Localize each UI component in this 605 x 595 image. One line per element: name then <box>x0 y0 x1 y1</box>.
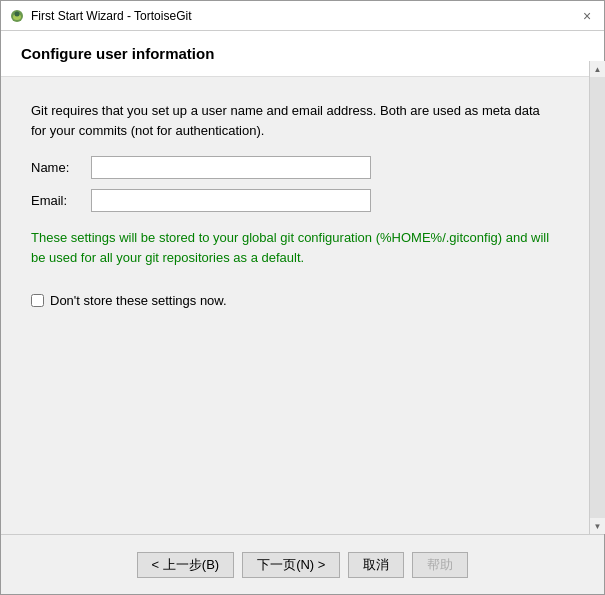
tortoise-icon <box>9 8 25 24</box>
content-area: Git requires that you set up a user name… <box>1 77 604 534</box>
header-section: Configure user information <box>1 31 604 77</box>
name-row: Name: <box>31 156 574 179</box>
page-title: Configure user information <box>21 45 214 62</box>
scroll-up-arrow[interactable]: ▲ <box>590 61 606 77</box>
email-row: Email: <box>31 189 574 212</box>
svg-point-2 <box>15 11 20 16</box>
email-label: Email: <box>31 193 81 208</box>
window: First Start Wizard - TortoiseGit × Confi… <box>0 0 605 595</box>
form-section: Name: Email: <box>31 156 574 212</box>
scrollbar[interactable]: ▲ ▼ <box>589 61 605 534</box>
checkbox-label: Don't store these settings now. <box>50 293 227 308</box>
window-title: First Start Wizard - TortoiseGit <box>31 9 191 23</box>
info-text: These settings will be stored to your gl… <box>31 228 551 267</box>
email-input[interactable] <box>91 189 371 212</box>
cancel-button[interactable]: 取消 <box>348 552 404 578</box>
title-bar-left: First Start Wizard - TortoiseGit <box>9 8 191 24</box>
checkbox-row: Don't store these settings now. <box>31 293 574 308</box>
footer-section: < 上一步(B) 下一页(N) > 取消 帮助 <box>1 534 604 594</box>
description-text: Git requires that you set up a user name… <box>31 101 551 140</box>
next-button[interactable]: 下一页(N) > <box>242 552 340 578</box>
help-button[interactable]: 帮助 <box>412 552 468 578</box>
scroll-track <box>590 77 605 518</box>
close-button[interactable]: × <box>578 7 596 25</box>
scroll-down-arrow[interactable]: ▼ <box>590 518 606 534</box>
dont-store-checkbox[interactable] <box>31 294 44 307</box>
name-input[interactable] <box>91 156 371 179</box>
name-label: Name: <box>31 160 81 175</box>
prev-button[interactable]: < 上一步(B) <box>137 552 235 578</box>
title-bar: First Start Wizard - TortoiseGit × <box>1 1 604 31</box>
